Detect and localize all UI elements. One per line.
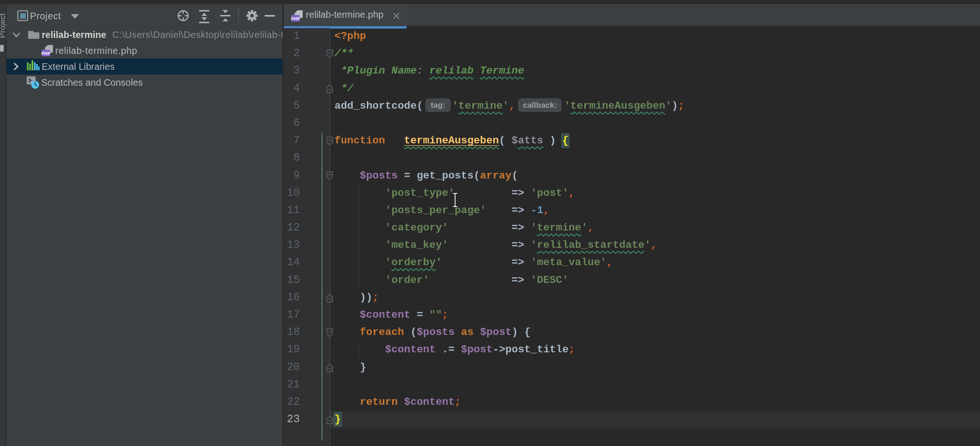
svg-text:PHP: PHP	[41, 51, 51, 56]
svg-text:PHP: PHP	[291, 16, 300, 21]
svg-text:Project: Project	[30, 11, 61, 21]
